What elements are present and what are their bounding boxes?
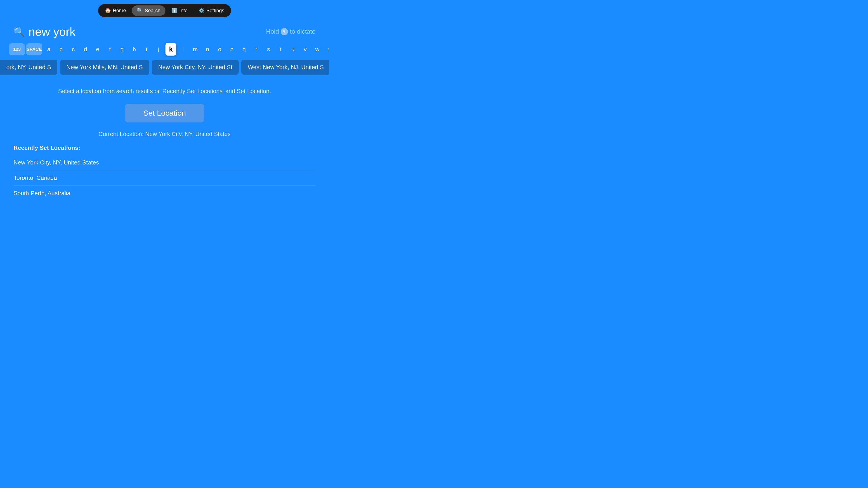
search-query-display[interactable]: new york <box>29 25 266 38</box>
key-s[interactable]: s <box>263 43 274 55</box>
microphone-icon[interactable]: 🎙 <box>281 28 288 35</box>
dictate-hold-label: Hold <box>266 28 279 35</box>
recent-location-1[interactable]: Toronto, Canada <box>13 170 315 186</box>
search-icon: 🔍 <box>137 8 143 13</box>
key-m[interactable]: m <box>190 43 201 55</box>
nav-item-settings[interactable]: ⚙️ Settings <box>193 5 229 16</box>
key-123[interactable]: 123 <box>9 43 25 55</box>
key-r[interactable]: r <box>251 43 262 55</box>
nav-label-info: Info <box>179 8 188 13</box>
key-e[interactable]: e <box>92 43 103 55</box>
keyboard-row: 123 SPACE a b c d e f g h i j k l m n o … <box>0 41 329 57</box>
key-h[interactable]: h <box>129 43 140 55</box>
nav-item-info[interactable]: ℹ️ Info <box>166 5 193 16</box>
home-icon: 🏠 <box>105 8 111 13</box>
key-u[interactable]: u <box>287 43 298 55</box>
recent-locations-section: Recently Set Locations: New York City, N… <box>9 144 320 201</box>
nav-item-home[interactable]: 🏠 Home <box>100 5 131 16</box>
recent-location-2[interactable]: South Perth, Australia <box>13 186 315 201</box>
info-icon: ℹ️ <box>171 8 178 13</box>
nav-item-search[interactable]: 🔍 Search <box>132 5 165 16</box>
search-result-0[interactable]: ork, NY, United S <box>0 60 57 75</box>
key-p[interactable]: p <box>226 43 237 55</box>
key-l[interactable]: l <box>178 43 188 55</box>
settings-icon: ⚙️ <box>198 8 205 13</box>
key-t[interactable]: t <box>275 43 286 55</box>
key-g[interactable]: g <box>117 43 127 55</box>
search-results-strip: ork, NY, United S New York Mills, MN, Un… <box>0 57 329 77</box>
recent-locations-title: Recently Set Locations: <box>13 144 315 151</box>
nav-bar: 🏠 Home 🔍 Search ℹ️ Info ⚙️ Settings <box>0 0 329 21</box>
dictate-suffix-label: to dictate <box>290 28 315 35</box>
key-o[interactable]: o <box>214 43 225 55</box>
search-result-1[interactable]: New York Mills, MN, United S <box>60 60 149 75</box>
set-location-button[interactable]: Set Location <box>125 104 204 123</box>
key-q[interactable]: q <box>239 43 250 55</box>
key-c[interactable]: c <box>68 43 79 55</box>
instruction-text: Select a location from search results or… <box>58 88 271 95</box>
key-i[interactable]: i <box>141 43 152 55</box>
nav-pill: 🏠 Home 🔍 Search ℹ️ Info ⚙️ Settings <box>98 4 231 17</box>
key-j[interactable]: j <box>153 43 164 55</box>
key-k[interactable]: k <box>165 43 176 56</box>
current-location-text: Current Location: New York City, NY, Uni… <box>98 131 230 138</box>
search-icon-large: 🔍 <box>13 26 25 37</box>
key-b[interactable]: b <box>56 43 66 55</box>
key-space[interactable]: SPACE <box>26 43 42 55</box>
main-content: Select a location from search results or… <box>0 81 329 207</box>
search-result-3[interactable]: West New York, NJ, United S <box>241 60 329 75</box>
key-w[interactable]: w <box>312 43 323 55</box>
divider <box>9 79 320 79</box>
key-f[interactable]: f <box>104 43 115 55</box>
search-area: 🔍 new york Hold 🎙 to dictate <box>0 21 329 41</box>
nav-label-settings: Settings <box>206 8 224 13</box>
nav-label-home: Home <box>113 8 126 13</box>
nav-label-search: Search <box>145 8 160 13</box>
search-result-2[interactable]: New York City, NY, United St <box>152 60 239 75</box>
key-d[interactable]: d <box>80 43 91 55</box>
key-v[interactable]: v <box>300 43 311 55</box>
key-x[interactable]: x <box>324 43 329 55</box>
dictate-hint: Hold 🎙 to dictate <box>266 28 315 35</box>
recent-location-0[interactable]: New York City, NY, United States <box>13 155 315 170</box>
key-n[interactable]: n <box>202 43 213 55</box>
key-a[interactable]: a <box>43 43 54 55</box>
